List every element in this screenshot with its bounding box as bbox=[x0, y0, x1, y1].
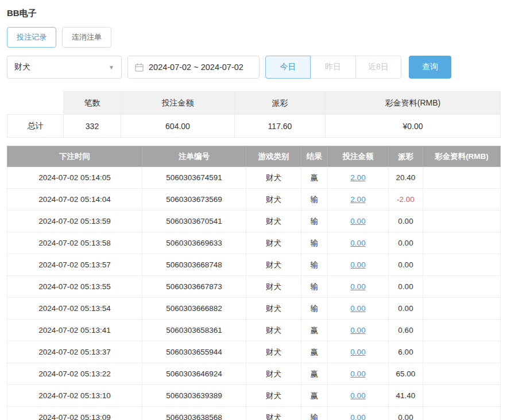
cell-order-number: 5060303639389 bbox=[142, 385, 246, 407]
cell-bet-time: 2024-07-02 05:13:41 bbox=[7, 320, 142, 341]
cell-payout: 0.00 bbox=[389, 407, 423, 420]
search-button[interactable]: 查询 bbox=[409, 56, 451, 79]
cell-result: 赢 bbox=[301, 385, 328, 407]
cell-order-number: 5060303673569 bbox=[142, 189, 246, 211]
bet-amount-link[interactable]: 0.00 bbox=[350, 239, 365, 247]
bet-amount-link[interactable]: 0.00 bbox=[350, 348, 365, 356]
summary-total-payout: 117.60 bbox=[235, 115, 326, 138]
bet-amount-link[interactable]: 0.00 bbox=[350, 260, 365, 269]
cell-game-type: 财犬 bbox=[246, 298, 301, 320]
cell-payout: 20.40 bbox=[389, 167, 423, 189]
cell-bet-amount: 0.00 bbox=[328, 232, 389, 254]
chevron-down-icon: ▼ bbox=[109, 64, 114, 71]
cell-bet-time: 2024-07-02 05:13:37 bbox=[7, 341, 142, 363]
cell-bonus bbox=[423, 298, 501, 320]
cell-result: 赢 bbox=[301, 320, 328, 341]
cell-order-number: 5060303674591 bbox=[142, 167, 246, 189]
summary-header-count: 笔数 bbox=[64, 92, 121, 115]
summary-total-bet-amount: 604.00 bbox=[121, 115, 235, 138]
cell-bet-time: 2024-07-02 05:14:04 bbox=[7, 189, 142, 211]
today-button[interactable]: 今日 bbox=[265, 56, 311, 79]
table-row: 2024-07-02 05:13:575060303668748财犬输0.000… bbox=[7, 254, 501, 276]
cell-payout: 0.00 bbox=[389, 298, 423, 320]
cell-game-type: 财犬 bbox=[246, 232, 301, 254]
cell-order-number: 5060303646924 bbox=[142, 363, 246, 385]
cell-payout: 0.00 bbox=[389, 276, 423, 298]
cell-payout: 6.00 bbox=[389, 341, 423, 363]
header-order-number: 注单编号 bbox=[142, 146, 246, 167]
game-select-value: 财犬 bbox=[14, 62, 30, 72]
table-row: 2024-07-02 05:13:545060303666882财犬输0.000… bbox=[7, 298, 501, 320]
cell-bet-time: 2024-07-02 05:14:05 bbox=[7, 167, 142, 189]
cell-game-type: 财犬 bbox=[246, 211, 301, 232]
bet-amount-link[interactable]: 0.00 bbox=[350, 413, 365, 420]
cell-order-number: 5060303658361 bbox=[142, 320, 246, 341]
cell-bet-amount: 0.00 bbox=[328, 407, 389, 420]
cell-payout: 65.00 bbox=[389, 363, 423, 385]
bet-amount-link[interactable]: 0.00 bbox=[350, 282, 365, 291]
cell-bonus bbox=[423, 320, 501, 341]
game-select[interactable]: 财犬 ▼ bbox=[7, 56, 122, 79]
cell-bet-time: 2024-07-02 05:13:55 bbox=[7, 276, 142, 298]
date-range-input[interactable]: 2024-07-02 ~ 2024-07-02 bbox=[127, 56, 260, 79]
cell-bet-amount: 0.00 bbox=[328, 341, 389, 363]
cell-result: 赢 bbox=[301, 167, 328, 189]
cell-bet-time: 2024-07-02 05:13:22 bbox=[7, 363, 142, 385]
tab-bet-records[interactable]: 投注记录 bbox=[7, 27, 56, 48]
summary-header-row: 笔数 投注金额 派彩 彩金资料(RMB) bbox=[7, 92, 501, 115]
cell-bonus bbox=[423, 363, 501, 385]
cell-bonus bbox=[423, 254, 501, 276]
summary-header-bonus: 彩金资料(RMB) bbox=[326, 92, 501, 115]
cell-order-number: 5060303667873 bbox=[142, 276, 246, 298]
cell-game-type: 财犬 bbox=[246, 407, 301, 420]
header-result: 结果 bbox=[301, 146, 328, 167]
cell-bet-time: 2024-07-02 05:13:09 bbox=[7, 407, 142, 420]
cell-bet-amount: 0.00 bbox=[328, 276, 389, 298]
cell-bet-amount: 0.00 bbox=[328, 363, 389, 385]
table-row: 2024-07-02 05:14:045060303673569财犬输2.00-… bbox=[7, 189, 501, 211]
cell-bonus bbox=[423, 211, 501, 232]
summary-header-bet-amount: 投注金额 bbox=[121, 92, 235, 115]
bet-records-page: BB电子 投注记录 连消注单 财犬 ▼ 2024-07-02 ~ 2024-07… bbox=[0, 0, 507, 420]
cell-bet-time: 2024-07-02 05:13:57 bbox=[7, 254, 142, 276]
cell-bonus bbox=[423, 276, 501, 298]
bet-amount-link[interactable]: 0.00 bbox=[350, 326, 365, 335]
cell-bet-time: 2024-07-02 05:13:10 bbox=[7, 385, 142, 407]
bet-amount-link[interactable]: 0.00 bbox=[350, 391, 365, 400]
bet-amount-link[interactable]: 2.00 bbox=[350, 195, 365, 204]
tab-bet-records-label: 投注记录 bbox=[17, 32, 47, 42]
cell-result: 输 bbox=[301, 211, 328, 232]
bet-amount-link[interactable]: 0.00 bbox=[350, 304, 365, 313]
cell-result: 输 bbox=[301, 189, 328, 211]
tab-bar: 投注记录 连消注单 bbox=[0, 25, 507, 48]
cell-order-number: 5060303655944 bbox=[142, 341, 246, 363]
cell-bet-amount: 0.00 bbox=[328, 385, 389, 407]
cell-bonus bbox=[423, 189, 501, 211]
cell-order-number: 5060303670541 bbox=[142, 211, 246, 232]
cell-bonus bbox=[423, 167, 501, 189]
cell-result: 输 bbox=[301, 276, 328, 298]
bet-amount-link[interactable]: 0.00 bbox=[350, 217, 365, 225]
table-row: 2024-07-02 05:13:595060303670541财犬输0.000… bbox=[7, 211, 501, 232]
last-8-days-button[interactable]: 近8日 bbox=[356, 56, 401, 79]
yesterday-button[interactable]: 昨日 bbox=[311, 56, 356, 79]
header-payout: 派彩 bbox=[389, 146, 423, 167]
table-row: 2024-07-02 05:14:055060303674591财犬赢2.002… bbox=[7, 167, 501, 189]
cell-bet-time: 2024-07-02 05:13:54 bbox=[7, 298, 142, 320]
bet-amount-link[interactable]: 0.00 bbox=[350, 370, 365, 378]
cell-result: 输 bbox=[301, 298, 328, 320]
summary-total-count: 332 bbox=[64, 115, 121, 138]
cell-bonus bbox=[423, 407, 501, 420]
tab-cancelled-orders[interactable]: 连消注单 bbox=[62, 27, 111, 48]
summary-total-label: 总计 bbox=[7, 115, 64, 138]
cell-order-number: 5060303666882 bbox=[142, 298, 246, 320]
bet-amount-link[interactable]: 2.00 bbox=[350, 173, 365, 182]
cell-bet-amount: 0.00 bbox=[328, 298, 389, 320]
cell-bonus bbox=[423, 385, 501, 407]
cell-result: 赢 bbox=[301, 341, 328, 363]
cell-payout: 0.60 bbox=[389, 320, 423, 341]
bet-table-section: 下注时间 注单编号 游戏类别 结果 投注金额 派彩 彩金资料(RMB) 2024… bbox=[0, 138, 507, 420]
cell-game-type: 财犬 bbox=[246, 254, 301, 276]
cell-game-type: 财犬 bbox=[246, 189, 301, 211]
summary-total-row: 总计 332 604.00 117.60 ¥0.00 bbox=[7, 115, 501, 138]
